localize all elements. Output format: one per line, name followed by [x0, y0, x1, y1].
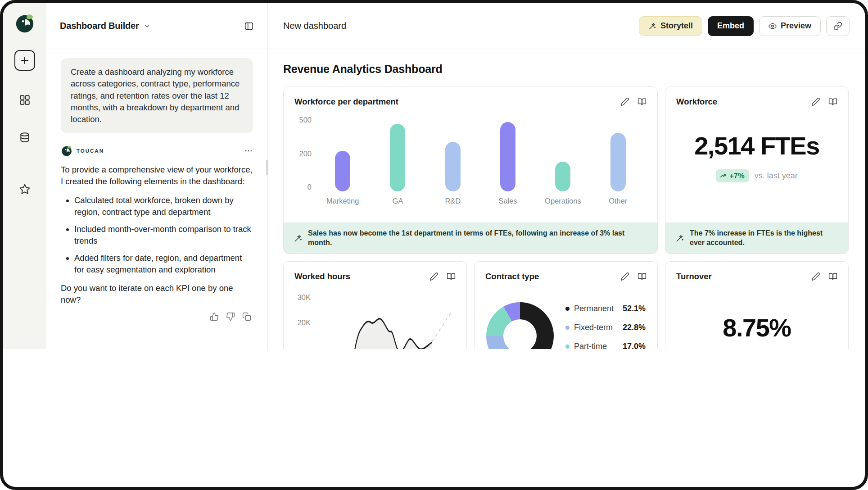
storytell-wand-icon	[648, 22, 656, 30]
x-axis-label: Other	[591, 197, 646, 205]
card-header: Worked hours	[284, 262, 466, 281]
embed-label: Embed	[717, 21, 744, 31]
legend-row: Part-time17.0%	[565, 342, 646, 349]
assistant-message: To provide a comprehensive view of your …	[61, 164, 253, 306]
bar-column	[535, 162, 590, 191]
card-header: Turnover	[665, 262, 848, 281]
dashboard-toolbar: New dashboard Storytell Embed	[268, 3, 865, 49]
app-content: Dashboard Builder Create a dashboard ana…	[3, 3, 865, 349]
delta-note: vs. last year	[755, 171, 798, 181]
data-sources-icon[interactable]	[19, 132, 31, 144]
legend-row: Fixed-term22.8%	[565, 323, 646, 332]
dashboard-canvas: Revenue Analytics Dashboard Workforce pe…	[268, 49, 865, 349]
card-title: Workforce per department	[294, 97, 398, 107]
chat-panel: Dashboard Builder Create a dashboard ana…	[46, 3, 268, 349]
story-icon[interactable]	[447, 272, 456, 281]
card-title: Workforce	[676, 97, 717, 107]
chat-thread: Create a dashboard analyzing my workforc…	[46, 49, 267, 349]
eye-icon	[769, 22, 777, 30]
bar-operations	[555, 162, 570, 191]
embed-button[interactable]: Embed	[708, 16, 754, 36]
bar-column	[591, 133, 646, 191]
legend-value: 52.1%	[623, 304, 646, 313]
delta-badge: +7%	[716, 169, 749, 182]
kpi-block: 2,514 FTEs +7% vs. last year	[665, 107, 848, 222]
story-icon[interactable]	[828, 272, 837, 281]
card-row-1: Workforce per department	[283, 86, 849, 254]
card-row-2: Worked hours	[283, 261, 849, 349]
edit-icon[interactable]	[620, 97, 629, 106]
story-icon[interactable]	[828, 97, 837, 106]
thumbs-up-icon[interactable]	[210, 312, 219, 321]
bar-sales	[500, 122, 515, 191]
edit-icon[interactable]	[429, 272, 439, 281]
bars	[315, 116, 646, 191]
insight-text: Sales has now become the 1st department …	[308, 229, 647, 247]
chevron-down-icon	[144, 23, 151, 30]
x-axis-label: GA	[370, 197, 425, 205]
story-icon[interactable]	[637, 272, 646, 281]
app-switcher[interactable]: Dashboard Builder	[60, 21, 151, 31]
panel-resize-handle[interactable]	[266, 160, 268, 175]
copy-icon[interactable]	[242, 312, 251, 321]
card-actions	[620, 97, 646, 106]
dashboards-icon[interactable]	[19, 94, 31, 106]
y-axis-ticks: 5002000	[295, 116, 315, 191]
y-axis-ticks: 30K 20K	[294, 289, 314, 349]
app-title: Dashboard Builder	[60, 21, 139, 31]
edit-icon[interactable]	[811, 97, 820, 106]
delta-value: +7%	[729, 172, 744, 180]
message-actions	[61, 312, 253, 321]
bar-column	[425, 142, 480, 191]
card-actions	[811, 272, 837, 281]
edit-icon[interactable]	[811, 272, 820, 281]
y-tick: 200	[295, 150, 312, 158]
storytell-label: Storytell	[660, 21, 693, 31]
bar-chart: 5002000 MarketingGAR&DSalesOperationsOth…	[284, 116, 657, 205]
storytell-button[interactable]: Storytell	[639, 16, 702, 36]
assistant-brand: TOUCAN	[61, 145, 104, 157]
y-tick: 0	[295, 183, 312, 191]
icon-rail	[3, 3, 46, 349]
x-axis-label: Marketing	[315, 197, 370, 205]
assistant-intro: To provide a comprehensive view of your …	[61, 164, 253, 187]
collapse-panel-icon[interactable]	[244, 21, 254, 31]
assistant-brand-name: TOUCAN	[77, 148, 104, 154]
page-title: Revenue Analytics Dashboard	[283, 63, 850, 76]
new-dashboard-button[interactable]	[14, 50, 35, 71]
card-header: Contract type	[475, 262, 657, 281]
donut-ring	[486, 302, 554, 349]
donut-legend: Permanent52.1%Fixed-term22.8%Part-time17…	[565, 304, 646, 349]
assistant-closing: Do you want to iterate on each KPI one b…	[61, 282, 253, 306]
x-axis-label: Operations	[535, 197, 590, 205]
app-window: Dashboard Builder Create a dashboard ana…	[0, 0, 868, 490]
bar-marketing	[335, 151, 350, 191]
card-turnover: Turnover 8.75%	[665, 261, 849, 349]
favorites-icon[interactable]	[19, 183, 31, 195]
message-menu-icon[interactable]	[244, 146, 253, 155]
toolbar-actions: Storytell Embed Preview	[639, 16, 850, 36]
dashboard-name: New dashboard	[283, 21, 346, 31]
chat-panel-header: Dashboard Builder	[46, 3, 267, 49]
kpi-delta-row: +7% vs. last year	[716, 169, 798, 182]
legend-label: Permanent	[574, 304, 623, 313]
thumbs-down-icon[interactable]	[226, 312, 235, 321]
edit-icon[interactable]	[620, 272, 629, 281]
main-area: New dashboard Storytell Embed	[268, 3, 865, 349]
card-worked-hours: Worked hours	[283, 261, 467, 349]
trend-up-icon	[720, 172, 727, 179]
bar-plot-area: MarketingGAR&DSalesOperationsOther	[315, 116, 646, 205]
insight-wand-icon	[675, 234, 684, 243]
story-icon[interactable]	[637, 97, 646, 106]
share-link-button[interactable]	[826, 16, 850, 36]
card-workforce-per-department: Workforce per department	[283, 86, 658, 254]
x-axis-label: Sales	[480, 197, 535, 205]
legend-label: Fixed-term	[574, 323, 623, 332]
bar-r&d	[445, 142, 461, 191]
bar-column	[370, 124, 425, 191]
preview-button[interactable]: Preview	[759, 16, 821, 36]
legend-dot	[565, 326, 570, 330]
preview-label: Preview	[781, 21, 811, 31]
toucan-logo-icon	[14, 13, 35, 34]
donut-chart: Permanent52.1%Fixed-term22.8%Part-time17…	[475, 291, 657, 349]
